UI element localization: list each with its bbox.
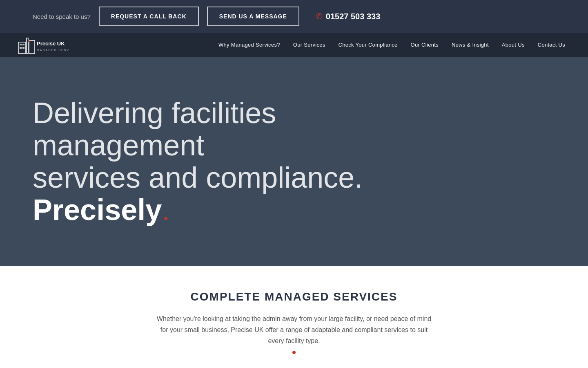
- nav-item-about[interactable]: About Us: [495, 33, 531, 57]
- nav-link-compliance[interactable]: Check Your Compliance: [332, 33, 404, 57]
- navbar: Precise UK MANAGED SERVICES Why Managed …: [0, 33, 588, 57]
- nav-item-why-managed[interactable]: Why Managed Services?: [212, 33, 287, 57]
- top-bar: Need to speak to us? REQUEST A CALL BACK…: [0, 0, 588, 33]
- managed-services-description: Whether you're looking at taking the adm…: [155, 313, 433, 347]
- call-back-button[interactable]: REQUEST A CALL BACK: [99, 7, 199, 26]
- hero-dot: .: [162, 193, 170, 226]
- nav-link-our-clients[interactable]: Our Clients: [404, 33, 445, 57]
- managed-services-section: COMPLETE MANAGED SERVICES Whether you're…: [0, 266, 588, 368]
- nav-link-contact[interactable]: Contact Us: [531, 33, 572, 57]
- svg-rect-2: [29, 40, 35, 54]
- nav-item-our-services[interactable]: Our Services: [287, 33, 332, 57]
- nav-link-about[interactable]: About Us: [495, 33, 531, 57]
- svg-rect-1: [27, 38, 28, 54]
- nav-link-why-managed[interactable]: Why Managed Services?: [212, 33, 287, 57]
- svg-rect-6: [22, 47, 24, 49]
- nav-item-news[interactable]: News & Insight: [445, 33, 495, 57]
- phone-number: 01527 503 333: [326, 12, 380, 21]
- hero-content: Delivering facilities management service…: [0, 57, 588, 266]
- nav-item-our-clients[interactable]: Our Clients: [404, 33, 445, 57]
- svg-text:MANAGED SERVICES: MANAGED SERVICES: [37, 49, 69, 52]
- svg-rect-4: [22, 44, 24, 45]
- svg-rect-5: [20, 47, 22, 49]
- svg-point-7: [28, 40, 29, 42]
- nav-links: Why Managed Services? Our Services Check…: [212, 33, 572, 57]
- hero-headline: Delivering facilities management service…: [33, 97, 400, 227]
- nav-link-news[interactable]: News & Insight: [445, 33, 495, 57]
- hero-section: Precise UK MANAGED SERVICES Why Managed …: [0, 33, 588, 266]
- phone-container: ✆ 01527 503 333: [316, 11, 380, 21]
- logo-area[interactable]: Precise UK MANAGED SERVICES: [16, 34, 69, 56]
- nav-item-contact[interactable]: Contact Us: [531, 33, 572, 57]
- send-message-button[interactable]: SEND US A MESSAGE: [207, 7, 299, 26]
- speak-text: Need to speak to us?: [33, 13, 91, 20]
- phone-icon: ✆: [316, 11, 323, 21]
- divider-dot-icon: [292, 351, 296, 354]
- svg-rect-3: [20, 44, 22, 45]
- divider: [33, 347, 555, 354]
- svg-rect-0: [18, 42, 26, 54]
- nav-link-our-services[interactable]: Our Services: [287, 33, 332, 57]
- svg-text:Precise UK: Precise UK: [37, 40, 65, 47]
- nav-item-compliance[interactable]: Check Your Compliance: [332, 33, 404, 57]
- managed-services-title: COMPLETE MANAGED SERVICES: [33, 290, 555, 303]
- hero-highlight: Precisely: [33, 193, 162, 226]
